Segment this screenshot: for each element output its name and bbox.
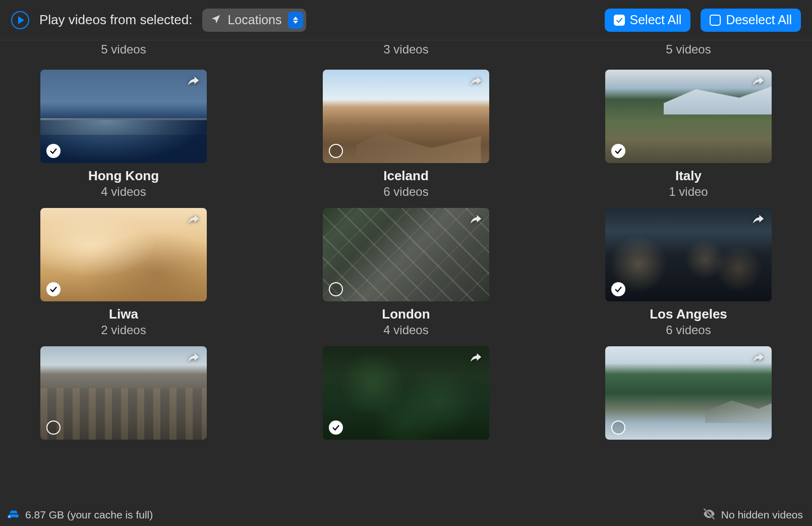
- video-count: 2 videos: [101, 323, 146, 337]
- selected-checkmark-icon[interactable]: [46, 282, 61, 296]
- dropdown-stepper-icon: [288, 12, 303, 29]
- selected-checkmark-icon[interactable]: [611, 144, 625, 158]
- location-cell: Italy1 video: [605, 70, 772, 199]
- location-cell-partial: 5 videos: [605, 40, 772, 61]
- location-cell: [605, 346, 772, 440]
- video-count: 6 videos: [383, 185, 428, 199]
- unselected-circle-icon[interactable]: [611, 420, 625, 435]
- video-count: 3 videos: [383, 40, 428, 61]
- drive-icon: [7, 507, 20, 523]
- toolbar-label: Play videos from selected:: [39, 12, 192, 28]
- location-title: London: [382, 306, 430, 322]
- thumbnail-image: [323, 346, 489, 440]
- empty-box-icon: [710, 15, 721, 26]
- video-count: 4 videos: [101, 185, 146, 199]
- share-icon[interactable]: [467, 212, 484, 229]
- video-count: 1 video: [669, 185, 708, 199]
- cache-status-text: 6.87 GB (your cache is full): [25, 509, 153, 521]
- location-thumbnail[interactable]: [605, 346, 772, 440]
- unselected-circle-icon[interactable]: [329, 144, 343, 158]
- location-title: Italy: [675, 168, 702, 184]
- location-cell: Liwa2 videos: [40, 208, 207, 337]
- play-icon: [18, 16, 24, 24]
- status-bar: 6.87 GB (your cache is full) No hidden v…: [0, 505, 812, 526]
- thumbnail-image: [605, 208, 772, 301]
- deselect-all-button[interactable]: Deselect All: [701, 9, 801, 32]
- video-count: 6 videos: [666, 323, 711, 337]
- location-cell: Los Angeles6 videos: [605, 208, 772, 337]
- checked-box-icon: [614, 15, 625, 26]
- share-icon[interactable]: [185, 212, 202, 229]
- unselected-circle-icon[interactable]: [46, 420, 61, 435]
- thumbnail-image: [323, 208, 489, 301]
- location-cell: Iceland6 videos: [323, 70, 489, 199]
- location-title: Iceland: [383, 168, 429, 184]
- location-cell-partial: 5 videos: [40, 40, 207, 61]
- location-cell-partial: 3 videos: [323, 40, 489, 61]
- thumbnail-image: [40, 208, 207, 301]
- select-all-label: Select All: [630, 13, 682, 27]
- selected-checkmark-icon[interactable]: [46, 144, 61, 158]
- toolbar: Play videos from selected: Locations Sel…: [0, 0, 812, 40]
- unselected-circle-icon[interactable]: [329, 282, 343, 296]
- hidden-videos-text: No hidden videos: [721, 509, 803, 521]
- video-count: 5 videos: [666, 40, 711, 61]
- location-thumbnail[interactable]: [40, 208, 207, 301]
- play-button[interactable]: [11, 11, 29, 29]
- selected-checkmark-icon[interactable]: [611, 282, 625, 296]
- location-thumbnail[interactable]: [323, 346, 489, 440]
- thumbnail-image: [323, 70, 489, 163]
- location-thumbnail[interactable]: [40, 346, 207, 440]
- share-icon[interactable]: [467, 350, 484, 367]
- location-thumbnail[interactable]: [323, 208, 489, 301]
- thumbnail-image: [40, 346, 207, 440]
- locations-scroll[interactable]: 5 videos3 videos5 videosHong Kong4 video…: [0, 40, 812, 505]
- location-cell: [323, 346, 489, 440]
- share-icon[interactable]: [749, 74, 767, 91]
- share-icon[interactable]: [185, 74, 202, 91]
- location-cell: London4 videos: [323, 208, 489, 337]
- location-title: Liwa: [109, 306, 138, 322]
- location-cell: [40, 346, 207, 440]
- location-thumbnail[interactable]: [605, 70, 772, 163]
- deselect-all-label: Deselect All: [726, 13, 792, 27]
- location-thumbnail[interactable]: [323, 70, 489, 163]
- location-arrow-icon: [210, 14, 221, 27]
- location-title: Hong Kong: [88, 168, 159, 184]
- eye-slash-icon: [702, 507, 716, 523]
- location-title: Los Angeles: [650, 306, 727, 322]
- thumbnail-image: [40, 70, 207, 163]
- share-icon[interactable]: [185, 350, 202, 367]
- share-icon[interactable]: [749, 212, 767, 229]
- location-thumbnail[interactable]: [605, 208, 772, 301]
- thumbnail-image: [605, 70, 772, 163]
- select-all-button[interactable]: Select All: [605, 9, 691, 32]
- thumbnail-image: [605, 346, 772, 440]
- dropdown-label: Locations: [227, 13, 281, 27]
- location-cell: Hong Kong4 videos: [40, 70, 207, 199]
- video-count: 5 videos: [101, 40, 146, 61]
- location-thumbnail[interactable]: [40, 70, 207, 163]
- source-dropdown[interactable]: Locations: [202, 9, 306, 32]
- share-icon[interactable]: [467, 74, 484, 91]
- share-icon[interactable]: [749, 350, 767, 367]
- selected-checkmark-icon[interactable]: [329, 420, 343, 435]
- video-count: 4 videos: [383, 323, 428, 337]
